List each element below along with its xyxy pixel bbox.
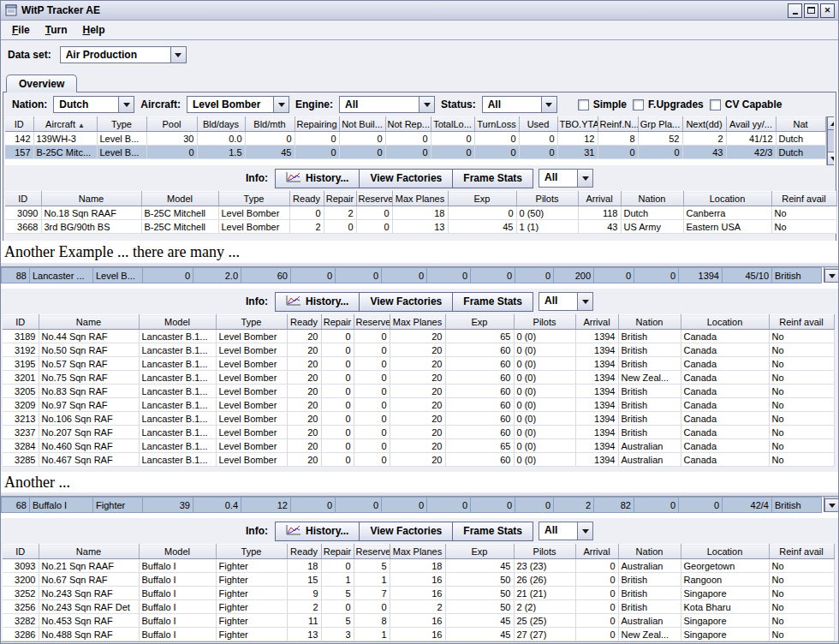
scroll-down-button[interactable]: [824, 269, 839, 283]
column-header[interactable]: Reserve: [354, 315, 390, 330]
maximize-button[interactable]: [804, 3, 818, 18]
column-header[interactable]: Exp: [448, 192, 516, 206]
column-header[interactable]: Nat: [776, 117, 825, 132]
checkbox-simple[interactable]: Simple: [578, 98, 627, 110]
column-header[interactable]: Model: [141, 192, 218, 206]
table-row[interactable]: 88Lancaster ...Level B...02.060000000200…: [2, 268, 822, 283]
table-row[interactable]: 3195No.57 Sqn RAFLancaster B.1...Level B…: [3, 357, 834, 371]
column-header[interactable]: Ready: [287, 315, 321, 330]
info-filter-combobox[interactable]: All: [539, 169, 593, 188]
column-header[interactable]: Name: [39, 315, 139, 330]
frame-stats-button[interactable]: Frame Stats: [452, 522, 533, 541]
column-header[interactable]: Max Planes: [390, 315, 445, 330]
aircraft-combobox[interactable]: Level Bomber: [187, 96, 289, 113]
info-filter-combobox[interactable]: All: [539, 522, 593, 540]
column-header[interactable]: Type: [216, 545, 287, 559]
table-row[interactable]: 3090No.18 Sqn RAAFB-25C MitchellLevel Bo…: [5, 206, 836, 220]
column-header[interactable]: Used: [519, 117, 557, 132]
engine-combobox[interactable]: All: [339, 96, 435, 113]
column-header[interactable]: Reinf avail: [769, 315, 834, 330]
column-header[interactable]: Type: [218, 192, 289, 206]
column-header[interactable]: Next(dd): [682, 117, 726, 132]
column-header[interactable]: TotalLo...: [431, 117, 474, 132]
menu-help[interactable]: Help: [74, 22, 112, 38]
column-header[interactable]: Bld/mth: [245, 117, 295, 132]
column-header[interactable]: Arrival: [578, 192, 621, 206]
view-factories-button[interactable]: View Factories: [359, 169, 453, 188]
scroll-down-button[interactable]: [824, 498, 839, 512]
column-header[interactable]: TurnLoss: [474, 117, 519, 132]
table-row[interactable]: 3201No.75 Sqn RAFLancaster B.1...Level B…: [3, 371, 834, 385]
column-header[interactable]: Pilots: [514, 315, 575, 330]
table-row[interactable]: 3192No.50 Sqn RAFLancaster B.1...Level B…: [3, 343, 834, 357]
column-header[interactable]: Bld/days: [197, 117, 245, 132]
column-header[interactable]: Location: [681, 545, 769, 559]
table-row[interactable]: 3282No.453 Sqn RAFBuffalo IFighter115816…: [3, 614, 834, 628]
column-header[interactable]: Max Planes: [392, 192, 448, 206]
column-header[interactable]: Pool: [146, 117, 197, 132]
scrollbar-fragment[interactable]: [824, 267, 838, 283]
history-button[interactable]: History...: [275, 522, 360, 541]
column-header[interactable]: Max Planes: [390, 545, 445, 559]
tab-overview[interactable]: Overview: [6, 75, 77, 92]
scroll-up-button[interactable]: [827, 116, 835, 130]
titlebar[interactable]: WitP Tracker AE ✕: [1, 1, 838, 21]
column-header[interactable]: Avail yy/...: [726, 117, 776, 132]
column-header[interactable]: Model: [139, 545, 216, 559]
view-factories-button[interactable]: View Factories: [359, 292, 453, 312]
column-header[interactable]: Reinf.N...: [598, 117, 638, 132]
nation-combobox[interactable]: Dutch: [53, 96, 134, 113]
column-header[interactable]: Nation: [618, 315, 681, 330]
checkbox-fupgrades[interactable]: F.Upgrades: [633, 98, 704, 110]
column-header[interactable]: Nation: [621, 192, 683, 206]
scrollbar-thumb[interactable]: [827, 130, 835, 152]
column-header[interactable]: ID: [3, 315, 39, 330]
column-header[interactable]: Aircraft▲: [33, 117, 97, 132]
column-header[interactable]: Not Rep...: [385, 117, 431, 132]
table-row[interactable]: 3237No.207 Sqn RAFLancaster B.1...Level …: [3, 426, 834, 439]
column-header[interactable]: Reinf avail: [771, 192, 836, 206]
history-button[interactable]: History...: [275, 169, 360, 188]
table-row[interactable]: 3200No.67 Sqn RAFBuffalo IFighter1511165…: [3, 573, 834, 587]
table-row[interactable]: 68Buffalo IFighter390.4120000002820042/4…: [2, 498, 822, 513]
table-row[interactable]: 3213No.106 Sqn RAFLancaster B.1...Level …: [3, 412, 834, 426]
menu-file[interactable]: File: [4, 22, 38, 38]
scroll-down-button[interactable]: [827, 152, 835, 165]
close-button[interactable]: ✕: [820, 3, 835, 18]
menu-turn[interactable]: Turn: [38, 22, 75, 38]
table-row[interactable]: 3209No.97 Sqn RAFLancaster B.1...Level B…: [3, 398, 834, 412]
dataset-combobox[interactable]: Air Production: [60, 46, 187, 63]
table-row[interactable]: 3256No.243 Sqn RAF DetBuffalo IFighter20…: [3, 600, 834, 614]
column-header[interactable]: Arrival: [575, 545, 618, 559]
table-row[interactable]: 3284No.460 Sqn RAFLancaster B.1...Level …: [3, 439, 834, 453]
column-header[interactable]: ID: [5, 192, 41, 206]
column-header[interactable]: Name: [41, 192, 141, 206]
table-row[interactable]: 3093No.21 Sqn RAAFBuffalo IFighter180518…: [3, 559, 834, 573]
table-row[interactable]: 3286No.488 Sqn RAFBuffalo IFighter133116…: [3, 628, 834, 641]
table-row[interactable]: 142139WH-3Level B...300.0000000012852241…: [5, 132, 825, 146]
column-header[interactable]: Ready: [289, 192, 324, 206]
column-header[interactable]: Grp Pla...: [638, 117, 682, 132]
view-factories-button[interactable]: View Factories: [359, 522, 453, 541]
table-row[interactable]: 157B-25C Mitc...Level B...01.54500000031…: [5, 146, 825, 159]
column-header[interactable]: ID: [5, 117, 33, 132]
checkbox-cv-capable[interactable]: CV Capable: [710, 98, 782, 110]
table-row[interactable]: 36683rd BG/90th BSB-25C MitchellLevel Bo…: [5, 220, 836, 234]
column-header[interactable]: Repairing: [295, 117, 339, 132]
frame-stats-button[interactable]: Frame Stats: [452, 169, 533, 188]
column-header[interactable]: Location: [681, 315, 769, 330]
column-header[interactable]: Model: [139, 315, 216, 330]
column-header[interactable]: Not Buil...: [339, 117, 385, 132]
column-header[interactable]: Nation: [618, 545, 681, 559]
column-header[interactable]: Ready: [287, 545, 321, 559]
column-header[interactable]: Reserve: [354, 545, 390, 559]
column-header[interactable]: Repair: [321, 545, 354, 559]
column-header[interactable]: Pilots: [516, 192, 578, 206]
column-header[interactable]: Name: [39, 545, 139, 559]
table-row[interactable]: 3252No.243 Sqn RAFBuffalo IFighter957165…: [3, 587, 834, 600]
column-header[interactable]: Type: [97, 117, 146, 132]
column-header[interactable]: Reinf avail: [769, 545, 834, 559]
column-header[interactable]: TBO.YTA: [557, 117, 598, 132]
scrollbar-fragment[interactable]: [824, 497, 838, 512]
minimize-button[interactable]: [788, 3, 802, 18]
